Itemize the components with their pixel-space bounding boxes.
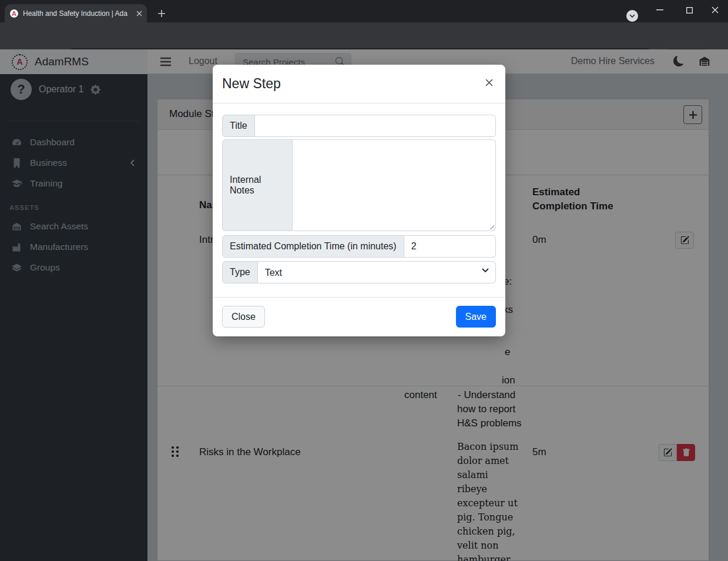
window-close-button[interactable] [705,2,725,18]
favicon-adamrms-icon: A [9,9,19,18]
estimated-completion-time-input[interactable] [404,235,496,258]
save-button[interactable]: Save [456,306,496,328]
tab-close-icon[interactable] [136,11,142,16]
modal-header: New Step [213,65,505,103]
internal-notes-textarea[interactable] [293,139,496,231]
type-field-group: Type Text [222,261,496,283]
new-tab-button[interactable] [154,6,169,21]
modal-close-x-button[interactable] [481,75,496,90]
textarea-resize-handle-icon[interactable] [488,223,494,229]
type-label: Type [222,261,258,283]
close-icon [485,79,493,86]
browser-tab[interactable]: A Health and Safety Induction | Ada [5,4,147,22]
close-button[interactable]: Close [222,306,265,328]
modal-title: New Step [222,76,281,92]
internal-notes-label: Internal Notes [222,139,293,231]
estimated-completion-time-field-group: Estimated Completion Time (in minutes) [222,235,496,258]
estimated-completion-time-label: Estimated Completion Time (in minutes) [222,235,404,258]
new-step-modal: New Step Title Internal Notes Estimated … [213,65,505,336]
browser-toolbar: Not secure admin.test/training/module.ph… [0,22,728,49]
tab-title: Health and Safety Induction | Ada [23,9,132,18]
title-field-label: Title [222,115,255,137]
title-field-group: Title [222,115,496,137]
window-minimize-button[interactable] [650,2,670,18]
screen: A Health and Safety Induction | Ada [0,0,728,561]
modal-footer: Close Save [213,297,505,336]
title-input[interactable] [255,115,496,137]
tab-search-caret-icon[interactable] [626,10,638,22]
internal-notes-field-group: Internal Notes [222,139,496,231]
type-select[interactable]: Text [258,261,496,283]
browser-tabstrip: A Health and Safety Induction | Ada [0,0,728,22]
window-maximize-button[interactable] [679,2,699,18]
